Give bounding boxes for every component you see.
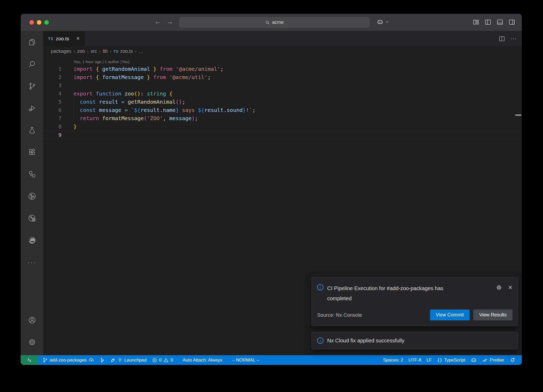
breadcrumb-segment[interactable]: packages: [51, 49, 71, 54]
breadcrumb-symbol-more[interactable]: …: [139, 49, 143, 54]
chevron-right-icon: ›: [108, 49, 113, 54]
minimize-window-button[interactable]: [37, 20, 41, 25]
sidebar-item-search[interactable]: [21, 53, 43, 75]
run-debug-icon: [28, 104, 36, 112]
status-bar-left: add-zoo-packages Launchpad 0 0: [40, 355, 380, 365]
customize-layout-icon[interactable]: [472, 19, 480, 26]
sidebar-item-nx-console[interactable]: [21, 185, 43, 207]
source-control-icon: [28, 82, 36, 90]
vim-mode-item[interactable]: -- NORMAL --: [229, 355, 262, 365]
launchpad-item[interactable]: Launchpad: [107, 355, 149, 365]
circle-branch-icon: [28, 192, 37, 201]
code-line[interactable]: 8}: [43, 123, 522, 131]
breadcrumb-segment[interactable]: lib: [103, 49, 108, 54]
line-number: 5: [43, 98, 62, 106]
sidebar-item-testing[interactable]: [21, 119, 43, 141]
sidebar-item-project-structure[interactable]: [21, 163, 43, 185]
code-line[interactable]: 6 const message = `${result.name} says $…: [43, 106, 522, 114]
git-branch-item[interactable]: add-zoo-packages: [40, 355, 97, 365]
sidebar-item-more-views[interactable]: ···: [21, 251, 43, 273]
sidebar-item-edge-browser[interactable]: [21, 229, 43, 251]
circle-branch-search-icon: [28, 214, 37, 223]
breadcrumb-segment[interactable]: src: [91, 49, 97, 54]
notification-settings-gear-icon[interactable]: [496, 284, 502, 291]
status-bar-right: Spaces: 2 UTF-8 LF {} TypeScript Prettie…: [380, 355, 518, 365]
code-line[interactable]: 9: [43, 131, 522, 139]
source-control-graph-item[interactable]: [97, 355, 107, 365]
close-window-button[interactable]: [29, 20, 34, 25]
line-number: 2: [43, 73, 62, 81]
notification-header: i CI Pipeline Execution for #add-zoo-pac…: [317, 283, 513, 303]
code-line[interactable]: 4export function zoo(): string {: [43, 90, 522, 98]
split-editor-icon[interactable]: [498, 35, 505, 42]
settings-button[interactable]: [21, 331, 43, 353]
error-count: 0: [159, 358, 161, 363]
problems-item[interactable]: 0 0: [149, 355, 176, 365]
search-icon: [265, 20, 270, 25]
auto-attach-item[interactable]: Auto Attach: Always: [180, 355, 225, 365]
tab-zoo-ts[interactable]: TS zoo.ts ✕: [43, 31, 85, 46]
code-text: return formatMessage('ZOO', message);: [73, 114, 198, 123]
notifications-bell-item[interactable]: [507, 355, 518, 365]
toggle-sidebar-icon[interactable]: [484, 19, 492, 26]
editor-actions: ⋯: [498, 31, 517, 46]
copilot-icon: [471, 357, 477, 363]
zoom-window-button[interactable]: [44, 20, 49, 25]
indentation-item[interactable]: Spaces: 2: [380, 355, 406, 365]
remote-indicator[interactable]: [21, 355, 38, 365]
eol-item[interactable]: LF: [424, 355, 435, 365]
line-number: 8: [43, 123, 62, 131]
nav-back-button[interactable]: ←: [154, 18, 162, 26]
chevron-right-icon: ›: [97, 49, 103, 54]
language-mode-item[interactable]: {} TypeScript: [435, 355, 468, 365]
branch-name: add-zoo-packages: [50, 358, 87, 363]
toggle-panel-icon[interactable]: [496, 19, 503, 26]
copilot-status-item[interactable]: [468, 355, 479, 365]
git-blame-codelens[interactable]: You, 1 hour ago | 1 author (You): [73, 59, 522, 65]
view-results-button[interactable]: View Results: [473, 310, 513, 320]
notification-close-icon[interactable]: ✕: [508, 284, 513, 291]
git-branch-icon: [42, 358, 48, 363]
indent-guide: [73, 98, 74, 123]
formatter-item[interactable]: Prettier: [479, 355, 507, 365]
code-line[interactable]: 7 return formatMessage('ZOO', message);: [43, 114, 522, 123]
code-line[interactable]: 3: [43, 81, 522, 90]
notification-message: CI Pipeline Execution for #add-zoo-packa…: [327, 283, 454, 303]
sidebar-item-explorer[interactable]: [21, 31, 43, 53]
line-number: 9: [43, 131, 62, 139]
code-line[interactable]: 2import { formatMessage } from '@acme/ut…: [43, 73, 522, 81]
line-number: 4: [43, 90, 62, 98]
view-commit-button[interactable]: View Commit: [430, 310, 470, 320]
code-text: const message = `${result.name} says ${r…: [73, 106, 255, 114]
accounts-button[interactable]: [21, 309, 43, 331]
sidebar-item-nx-cloud-inspect[interactable]: [21, 207, 43, 229]
code-line[interactable]: 1import { getRandomAnimal } from '@acme/…: [43, 65, 522, 73]
code-text: }: [73, 123, 77, 131]
typescript-file-icon: TS: [48, 36, 53, 41]
command-center-search[interactable]: acme: [179, 17, 370, 28]
sidebar-item-extensions[interactable]: [21, 141, 43, 163]
ellipsis-icon: ···: [27, 259, 37, 266]
notification-controls: ✕: [496, 283, 513, 291]
nav-forward-button[interactable]: →: [166, 18, 174, 26]
cloud-upload-icon: [89, 357, 94, 363]
chevron-right-icon: ›: [133, 49, 139, 54]
toggle-secondary-sidebar-icon[interactable]: [508, 19, 515, 26]
encoding-item[interactable]: UTF-8: [406, 355, 424, 365]
rocket-icon: [110, 357, 116, 363]
copilot-menu-button[interactable]: [376, 18, 389, 25]
breadcrumb-segment[interactable]: zoo: [77, 49, 85, 54]
remote-icon: [27, 357, 32, 363]
line-number: 7: [43, 114, 62, 123]
sidebar-item-source-control[interactable]: [21, 75, 43, 97]
error-icon: [152, 358, 157, 363]
sidebar-item-run-debug[interactable]: [21, 97, 43, 119]
source-control-graph-icon: [99, 358, 105, 363]
breadcrumb-file[interactable]: zoo.ts: [120, 49, 133, 54]
plug-icon: [117, 358, 122, 363]
tab-close-icon[interactable]: ✕: [76, 36, 80, 41]
more-actions-icon[interactable]: ⋯: [511, 35, 517, 42]
code-line[interactable]: 5 const result = getRandomAnimal();: [43, 98, 522, 106]
code-text: import { formatMessage } from '@acme/uti…: [73, 73, 211, 81]
code-text: const result = getRandomAnimal();: [73, 98, 185, 106]
